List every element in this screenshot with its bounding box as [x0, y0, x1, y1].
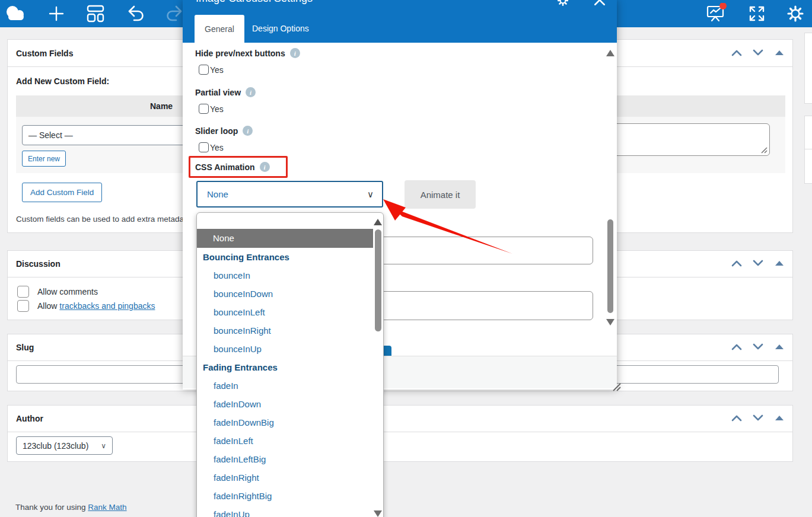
info-icon[interactable]: i	[290, 48, 300, 58]
add-custom-field-button[interactable]: Add Custom Field	[22, 183, 102, 202]
hide-prev-next-label: Hide prev/next buttonsi	[195, 48, 300, 58]
dropdown-option[interactable]: fadeInRight	[197, 468, 373, 487]
dropdown-option[interactable]: fadeInRightBig	[197, 487, 373, 505]
dropdown-scrollbar-thumb[interactable]	[375, 229, 381, 331]
dropdown-option[interactable]: fadeInDownBig	[197, 413, 373, 432]
info-icon[interactable]: i	[243, 126, 253, 136]
dropdown-group-bouncing: Bouncing Entrances	[197, 248, 373, 266]
move-up-icon[interactable]	[731, 49, 743, 57]
allow-trackbacks-checkbox[interactable]	[17, 300, 29, 312]
custom-field-key-select[interactable]: — Select —	[22, 125, 198, 145]
dropdown-option[interactable]: bounceInDown	[197, 285, 373, 303]
animate-it-button[interactable]: Animate it	[405, 180, 476, 209]
move-down-icon[interactable]	[752, 343, 764, 351]
sidebar-metabox-edge	[804, 116, 812, 184]
author-header: Author	[8, 406, 792, 432]
author-select[interactable]: 123club (123club) ∨	[16, 436, 113, 455]
collapse-toggle-icon[interactable]	[773, 414, 785, 422]
add-element-icon[interactable]	[46, 0, 66, 27]
dropdown-option[interactable]: bounceInRight	[197, 321, 373, 340]
discussion-title: Discussion	[16, 251, 60, 277]
dropdown-option[interactable]: bounceInUp	[197, 340, 373, 358]
allow-comments-label: Allow comments	[37, 287, 98, 296]
hide-prev-next-checkbox[interactable]	[199, 65, 209, 75]
modal-close-icon[interactable]	[593, 0, 606, 7]
undo-icon[interactable]	[125, 0, 147, 27]
partial-view-checkbox[interactable]	[199, 104, 209, 114]
chevron-down-icon: ∨	[101, 442, 106, 450]
dropdown-group-fading: Fading Entrances	[197, 358, 373, 376]
redo-icon[interactable]	[164, 0, 185, 27]
dropdown-option[interactable]: fadeIn	[197, 376, 373, 395]
css-animation-select[interactable]: None ∨	[196, 181, 383, 208]
slider-loop-label: Slider loopi	[195, 126, 253, 136]
partial-view-label: Partial viewi	[195, 87, 256, 97]
tab-general[interactable]: General	[195, 15, 244, 43]
modal-gear-icon[interactable]	[556, 0, 569, 7]
allow-comments-checkbox[interactable]	[17, 286, 29, 298]
allow-trackbacks-row: Allow trackbacks and pingbacks	[17, 300, 155, 312]
modal-scroll-down-arrow[interactable]	[606, 319, 614, 325]
frontend-preview-icon[interactable]	[705, 0, 727, 27]
move-up-icon[interactable]	[731, 343, 743, 351]
partial-view-row: Yes	[199, 104, 224, 114]
textarea-resize-handle-icon[interactable]	[760, 146, 768, 154]
move-up-icon[interactable]	[731, 259, 743, 267]
info-icon[interactable]: i	[246, 87, 256, 97]
modal-scroll-up-arrow[interactable]	[606, 50, 614, 56]
trackbacks-link[interactable]: trackbacks and pingbacks	[59, 301, 155, 311]
modal-resize-handle-icon[interactable]	[611, 382, 622, 392]
collapse-toggle-icon[interactable]	[773, 49, 785, 57]
add-new-custom-field-label: Add New Custom Field:	[16, 76, 109, 86]
modal-header: Image Carousel Settings General Design O…	[183, 0, 617, 43]
css-animation-label: CSS Animationi	[195, 162, 270, 172]
cloud-logo-icon[interactable]	[4, 0, 27, 27]
allow-trackbacks-label: Allow trackbacks and pingbacks	[37, 301, 155, 311]
dropdown-option[interactable]: bounceInLeft	[197, 303, 373, 321]
modal-scrollbar-thumb[interactable]	[607, 219, 613, 313]
rank-math-footer: Thank you for using Rank Math	[15, 503, 127, 512]
slider-loop-checkbox[interactable]	[199, 142, 209, 152]
dropdown-scroll-down-arrow[interactable]	[374, 510, 382, 517]
move-down-icon[interactable]	[752, 49, 764, 57]
rank-math-link[interactable]: Rank Math	[88, 503, 126, 512]
css-animation-dropdown-list: None Bouncing Entrances bounceIn bounceI…	[196, 212, 384, 517]
name-column-header: Name	[150, 95, 173, 117]
collapse-toggle-icon[interactable]	[773, 259, 785, 267]
dropdown-option[interactable]: fadeInUp	[197, 505, 373, 517]
slider-loop-row: Yes	[199, 142, 224, 152]
move-down-icon[interactable]	[752, 414, 764, 422]
tab-design-options[interactable]: Design Options	[252, 15, 309, 43]
fullscreen-icon[interactable]	[747, 0, 767, 27]
hide-prev-next-row: Yes	[199, 65, 224, 75]
dropdown-scroll-up-arrow[interactable]	[374, 219, 382, 225]
move-down-icon[interactable]	[752, 259, 764, 267]
author-title: Author	[16, 406, 43, 432]
dropdown-option[interactable]: fadeInLeftBig	[197, 450, 373, 468]
allow-comments-row: Allow comments	[17, 286, 98, 298]
dropdown-option[interactable]: fadeInDown	[197, 395, 373, 413]
slug-title: Slug	[16, 334, 34, 361]
dropdown-option[interactable]: fadeInLeft	[197, 432, 373, 450]
info-icon[interactable]: i	[260, 162, 270, 172]
dropdown-option-none[interactable]: None	[197, 229, 373, 248]
settings-gear-icon[interactable]	[785, 0, 806, 27]
author-panel: Author 123club (123club) ∨	[7, 405, 793, 462]
chevron-down-icon: ∨	[367, 189, 374, 200]
move-up-icon[interactable]	[731, 414, 743, 422]
custom-fields-title: Custom Fields	[16, 40, 73, 67]
templates-icon[interactable]	[85, 0, 106, 27]
dropdown-option[interactable]: bounceIn	[197, 266, 373, 285]
sidebar-metabox-edge	[804, 33, 812, 104]
collapse-toggle-icon[interactable]	[773, 343, 785, 351]
enter-new-button[interactable]: Enter new	[22, 151, 66, 167]
modal-title: Image Carousel Settings	[196, 0, 313, 5]
